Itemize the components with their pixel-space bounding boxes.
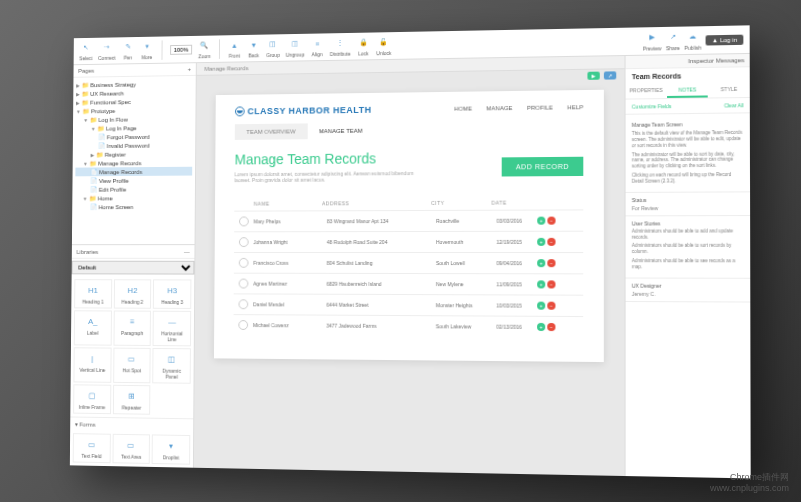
row-delete-button[interactable]: − bbox=[547, 280, 555, 288]
unlock-tool[interactable]: 🔓Unlock bbox=[376, 35, 391, 56]
preview-button[interactable]: ▶Preview bbox=[642, 30, 660, 52]
row-add-button[interactable]: + bbox=[537, 238, 545, 246]
row-delete-button[interactable]: − bbox=[547, 238, 555, 246]
designer-label: UX Designer bbox=[631, 282, 743, 288]
widget-item[interactable]: A_Label bbox=[73, 310, 111, 345]
nav-item[interactable]: HOME bbox=[454, 106, 472, 112]
group-tool[interactable]: ◫Group bbox=[266, 37, 280, 58]
select-tool[interactable]: ↖Select bbox=[79, 41, 92, 62]
share-chip[interactable]: ↗ bbox=[603, 71, 615, 79]
table-row[interactable]: Francisco Cross804 Schulist LandingSouth… bbox=[233, 252, 582, 273]
more-tool[interactable]: ▾More bbox=[140, 40, 153, 61]
row-delete-button[interactable]: − bbox=[547, 323, 555, 331]
tree-item[interactable]: 📄 Home Screen bbox=[75, 202, 192, 211]
avatar bbox=[238, 320, 248, 330]
widget-item[interactable]: —Horizontal Line bbox=[152, 311, 190, 347]
table-row[interactable]: Johanna Wright48 Rudolph Road Suite 204H… bbox=[234, 231, 583, 252]
ungroup-icon: ◫ bbox=[288, 37, 302, 51]
login-button[interactable]: ▲ Log in bbox=[705, 34, 743, 45]
connect-icon: ⇢ bbox=[100, 40, 113, 54]
connect-tool[interactable]: ⇢Connect bbox=[98, 40, 116, 61]
pen-tool[interactable]: ✎Pen bbox=[121, 40, 134, 61]
widget-item[interactable]: ≡Paragraph bbox=[113, 310, 151, 345]
front-tool[interactable]: ▲Front bbox=[227, 38, 241, 59]
widget-item[interactable]: ◫Dynamic Panel bbox=[152, 348, 190, 384]
row-add-button[interactable]: + bbox=[537, 323, 545, 331]
table-row[interactable]: Agnes Martinez6829 Haubenreich IslandNew… bbox=[233, 273, 582, 295]
stories-label: User Stories bbox=[631, 220, 743, 226]
inspector-tab[interactable]: NOTES bbox=[666, 83, 707, 98]
row-add-button[interactable]: + bbox=[537, 259, 545, 267]
col-address[interactable]: ADDRESS bbox=[322, 200, 431, 206]
nav-item[interactable]: PROFILE bbox=[526, 105, 552, 111]
canvas-area: Manage Records ▶ ↗ CLASSY HARBOR HEALTH … bbox=[193, 56, 624, 476]
distribute-tool[interactable]: ⋮Distribute bbox=[329, 36, 350, 57]
row-delete-button[interactable]: − bbox=[547, 217, 555, 225]
widget-item[interactable]: ▭Hot Spot bbox=[112, 348, 150, 384]
records-table: NAME ADDRESS CITY DATE Mary Phelps83 Win… bbox=[233, 195, 583, 337]
tab[interactable]: TEAM OVERVIEW bbox=[234, 123, 307, 140]
zoom-icon: 🔍 bbox=[197, 39, 211, 53]
widget-item[interactable]: ▭Text Area bbox=[112, 434, 150, 464]
avatar bbox=[238, 299, 248, 309]
lock-tool[interactable]: 🔒Lock bbox=[356, 36, 370, 57]
library-select[interactable]: Default bbox=[71, 261, 194, 275]
widget-item[interactable]: |Vertical Line bbox=[73, 347, 111, 383]
publish-button[interactable]: ☁Publish bbox=[684, 29, 701, 51]
inspector-tab[interactable]: PROPERTIES bbox=[625, 84, 666, 99]
share-button[interactable]: ↗Share bbox=[665, 30, 680, 52]
left-panel: Pages+ ▶📁 Business Strategy▶📁 UX Researc… bbox=[69, 63, 196, 468]
share-icon: ↗ bbox=[665, 30, 680, 44]
lock-icon: 🔒 bbox=[356, 36, 370, 50]
col-city[interactable]: CITY bbox=[431, 200, 491, 206]
row-add-button[interactable]: + bbox=[537, 302, 545, 310]
story-text: Administrators should be able to sort re… bbox=[631, 243, 743, 255]
widget-item[interactable]: ▢Inline Frame bbox=[73, 384, 111, 414]
widget-item[interactable]: H2Heading 2 bbox=[113, 279, 151, 308]
align-tool[interactable]: ≡Align bbox=[310, 36, 324, 57]
avatar bbox=[238, 237, 248, 247]
distribute-icon: ⋮ bbox=[333, 36, 347, 50]
row-add-button[interactable]: + bbox=[537, 217, 545, 225]
zoom-tool[interactable]: 🔍Zoom bbox=[197, 39, 211, 60]
unlock-icon: 🔓 bbox=[376, 35, 390, 49]
col-date[interactable]: DATE bbox=[491, 199, 542, 205]
clear-all-link[interactable]: Clear All bbox=[723, 102, 743, 108]
notes-section-title: Manage Team Screen bbox=[631, 121, 743, 128]
avatar bbox=[238, 279, 248, 289]
row-add-button[interactable]: + bbox=[537, 280, 545, 288]
col-name[interactable]: NAME bbox=[234, 200, 322, 206]
preview-chip[interactable]: ▶ bbox=[587, 72, 599, 80]
table-row[interactable]: Mary Phelps83 Wingrand Manor Apt 134Roac… bbox=[234, 209, 583, 231]
front-icon: ▲ bbox=[227, 38, 241, 52]
mockup-frame: CLASSY HARBOR HEALTH HOMEMANAGEPROFILEHE… bbox=[213, 90, 603, 362]
back-tool[interactable]: ▼Back bbox=[246, 38, 260, 59]
widget-item[interactable]: H3Heading 3 bbox=[153, 279, 191, 309]
ungroup-tool[interactable]: ◫Ungroup bbox=[285, 37, 304, 58]
widget-item[interactable]: ▾Droplist bbox=[151, 434, 189, 464]
pages-tree: ▶📁 Business Strategy▶📁 UX Research▶📁 Fun… bbox=[71, 76, 195, 244]
nav-item[interactable]: HELP bbox=[567, 104, 583, 110]
row-delete-button[interactable]: − bbox=[547, 302, 555, 310]
widget-item[interactable]: H1Heading 1 bbox=[74, 279, 112, 308]
nav-item[interactable]: MANAGE bbox=[486, 105, 512, 111]
inspector-tab[interactable]: STYLE bbox=[708, 83, 750, 98]
customize-fields-link[interactable]: Customize Fields bbox=[631, 103, 671, 110]
widget-item[interactable]: ⊞Repeater bbox=[112, 385, 150, 415]
status-value[interactable]: For Review bbox=[631, 204, 743, 211]
tab[interactable]: MANAGE TEAM bbox=[307, 123, 374, 140]
status-label: Status bbox=[631, 196, 743, 203]
zoom-input[interactable]: 100% bbox=[169, 44, 191, 54]
group-icon: ◫ bbox=[266, 37, 280, 51]
table-row[interactable]: Michael Cowenz3477 Jadewood FarmsSouth L… bbox=[233, 314, 583, 337]
watermark: Chrome插件网 www.cnplugins.com bbox=[710, 472, 789, 494]
back-icon: ▼ bbox=[246, 38, 260, 52]
row-delete-button[interactable]: − bbox=[547, 259, 555, 267]
avatar bbox=[239, 217, 249, 227]
libraries-menu-icon[interactable]: ⋯ bbox=[183, 248, 189, 255]
widget-item[interactable]: ▭Text Field bbox=[72, 433, 110, 463]
add-page-icon[interactable]: + bbox=[187, 66, 190, 72]
table-row[interactable]: Daniel Mendel6444 Market StreetMonster H… bbox=[233, 293, 583, 316]
pen-icon: ✎ bbox=[121, 40, 134, 54]
add-record-button[interactable]: ADD RECORD bbox=[501, 157, 583, 177]
